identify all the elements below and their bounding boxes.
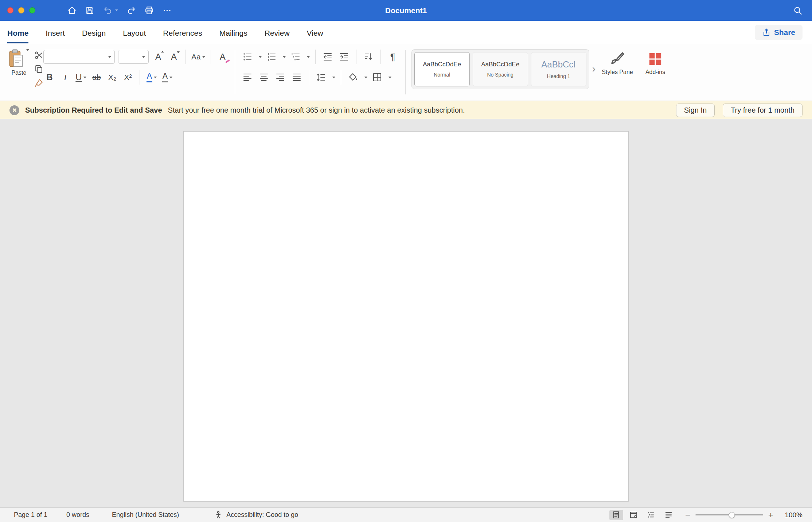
- change-case-button[interactable]: Aa: [191, 49, 205, 65]
- more-commands-icon[interactable]: [163, 6, 172, 15]
- copy-icon[interactable]: [34, 65, 43, 74]
- dismiss-banner-icon[interactable]: [9, 105, 19, 115]
- minimize-button[interactable]: [18, 7, 24, 13]
- paste-menu-chevron-icon[interactable]: [26, 49, 29, 51]
- styles-more-chevron-icon[interactable]: ›: [592, 63, 596, 75]
- zoom-slider-thumb[interactable]: [729, 512, 735, 518]
- show-paragraph-marks-button[interactable]: ¶: [386, 50, 399, 64]
- zoom-in-button[interactable]: +: [768, 511, 773, 519]
- accessibility-status[interactable]: Accessibility: Good to go: [214, 511, 298, 519]
- styles-pane-brush-icon: [610, 51, 625, 67]
- style-no-spacing[interactable]: AaBbCcDdEe No Spacing: [473, 52, 528, 86]
- strikethrough-button[interactable]: ab: [90, 70, 103, 85]
- font-size-chevron-icon: [142, 56, 145, 58]
- grow-caret-icon: [161, 51, 164, 52]
- web-layout-view-icon[interactable]: [627, 510, 641, 520]
- tab-view[interactable]: View: [307, 24, 323, 43]
- italic-button[interactable]: I: [59, 70, 71, 85]
- numbering-button[interactable]: [265, 50, 278, 64]
- styles-gallery: AaBbCcDdEe Normal AaBbCcDdEe No Spacing …: [411, 49, 589, 89]
- multilevel-list-button[interactable]: [289, 50, 302, 64]
- line-spacing-button[interactable]: [315, 70, 328, 85]
- superscript-button[interactable]: X²: [122, 70, 134, 85]
- undo-menu-chevron-icon[interactable]: [115, 9, 118, 11]
- bullets-chevron-icon[interactable]: [259, 56, 262, 58]
- shrink-caret-icon: [177, 51, 180, 53]
- font-group: A A Aa A B I U ab X₂ X²: [43, 48, 229, 86]
- share-icon: [762, 28, 771, 37]
- try-free-button[interactable]: Try free for 1 month: [723, 104, 803, 117]
- tab-insert[interactable]: Insert: [46, 24, 65, 43]
- decrease-indent-button[interactable]: [321, 50, 334, 64]
- save-icon[interactable]: [85, 6, 94, 15]
- numbering-chevron-icon[interactable]: [283, 56, 286, 58]
- share-button[interactable]: Share: [755, 25, 803, 40]
- close-button[interactable]: [7, 7, 13, 13]
- document-page[interactable]: [183, 131, 629, 502]
- tab-references[interactable]: References: [163, 24, 202, 43]
- zoom-out-button[interactable]: −: [685, 511, 690, 519]
- multilevel-chevron-icon[interactable]: [307, 56, 310, 58]
- align-left-button[interactable]: [241, 70, 254, 85]
- print-icon[interactable]: [145, 6, 154, 15]
- align-right-button[interactable]: [274, 70, 287, 85]
- line-spacing-chevron-icon[interactable]: [332, 77, 335, 78]
- highlight-chevron-icon: [154, 77, 157, 78]
- style-heading-1[interactable]: AaBbCcI Heading 1: [531, 52, 586, 86]
- format-painter-icon[interactable]: [34, 78, 43, 87]
- add-ins-button[interactable]: Add-ins: [636, 48, 674, 89]
- justify-button[interactable]: [290, 70, 303, 85]
- share-label: Share: [774, 28, 795, 37]
- borders-button[interactable]: [371, 70, 384, 85]
- banner-message: Start your free one month trial of Micro…: [168, 106, 465, 114]
- zoom-window-button[interactable]: [29, 7, 35, 13]
- paste-button[interactable]: Paste: [9, 48, 29, 87]
- shading-button[interactable]: [347, 70, 360, 85]
- search-icon[interactable]: [793, 6, 803, 15]
- home-icon[interactable]: [67, 6, 77, 15]
- underline-button[interactable]: U: [75, 70, 87, 85]
- style-normal[interactable]: AaBbCcDdEe Normal: [414, 52, 470, 86]
- sign-in-button[interactable]: Sign In: [676, 104, 715, 117]
- draft-view-icon[interactable]: [662, 510, 676, 520]
- align-center-button[interactable]: [257, 70, 270, 85]
- word-count[interactable]: 0 words: [66, 511, 89, 519]
- styles-pane-button[interactable]: Styles Pane: [598, 48, 636, 89]
- underline-chevron-icon: [83, 77, 86, 78]
- accessibility-icon: [214, 511, 223, 519]
- clear-formatting-button[interactable]: A: [216, 49, 229, 65]
- shading-chevron-icon[interactable]: [364, 77, 367, 78]
- tab-mailings[interactable]: Mailings: [219, 24, 247, 43]
- subscript-button[interactable]: X₂: [106, 70, 118, 85]
- bold-button[interactable]: B: [43, 70, 56, 85]
- bullets-button[interactable]: [241, 50, 254, 64]
- grow-font-button[interactable]: A: [152, 49, 164, 65]
- page-count[interactable]: Page 1 of 1: [14, 511, 47, 519]
- styles-group: AaBbCcDdEe Normal AaBbCcDdEe No Spacing …: [411, 48, 674, 89]
- tab-layout[interactable]: Layout: [123, 24, 146, 43]
- tab-review[interactable]: Review: [265, 24, 290, 43]
- ribbon-tabs: Home Insert Design Layout References Mai…: [0, 21, 323, 44]
- font-size-combobox[interactable]: [118, 50, 149, 64]
- status-bar: Page 1 of 1 0 words English (United Stat…: [0, 507, 812, 522]
- sort-button[interactable]: [362, 50, 375, 64]
- redo-icon[interactable]: [127, 6, 136, 15]
- paste-clipboard-icon: [9, 49, 23, 67]
- font-name-combobox[interactable]: [43, 50, 115, 64]
- outline-view-icon[interactable]: [644, 510, 658, 520]
- tab-design[interactable]: Design: [82, 24, 106, 43]
- cut-icon[interactable]: [34, 51, 43, 60]
- shrink-font-button[interactable]: A: [168, 49, 180, 65]
- borders-chevron-icon[interactable]: [389, 77, 391, 78]
- print-layout-view-icon[interactable]: [609, 510, 623, 520]
- increase-indent-button[interactable]: [337, 50, 351, 64]
- zoom-slider[interactable]: [695, 514, 763, 515]
- language-indicator[interactable]: English (United States): [112, 511, 179, 519]
- undo-icon[interactable]: [103, 6, 112, 15]
- paragraph-group: ¶: [241, 48, 399, 86]
- font-color-button[interactable]: A: [161, 70, 173, 85]
- window-title: Document1: [385, 6, 427, 15]
- text-highlight-button[interactable]: A: [145, 70, 158, 85]
- tab-home[interactable]: Home: [7, 24, 28, 43]
- zoom-level[interactable]: 100%: [781, 511, 803, 519]
